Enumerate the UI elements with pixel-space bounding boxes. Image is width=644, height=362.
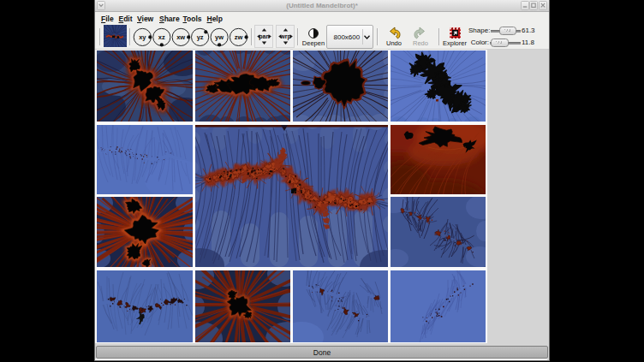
svg-text:wrp: wrp xyxy=(279,33,290,40)
svg-text:yz: yz xyxy=(197,33,204,41)
svg-text:xw: xw xyxy=(176,33,185,41)
svg-text:zw: zw xyxy=(235,33,243,41)
svg-text:xz: xz xyxy=(158,33,165,41)
svg-text:xy: xy xyxy=(139,33,146,41)
svg-text:pan: pan xyxy=(259,33,269,40)
svg-text:yw: yw xyxy=(215,33,224,41)
